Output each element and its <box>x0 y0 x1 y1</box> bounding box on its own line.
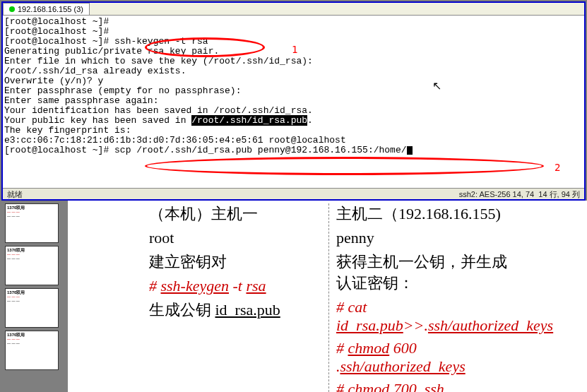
terminal-window: 192.168.16.155 (3) [root@localhost ~]#[r… <box>1 1 586 201</box>
terminal-line: [root@localhost ~]# <box>4 27 583 37</box>
annotation-label-2: 2 <box>555 162 560 173</box>
terminal-line: Enter same passphrase again: <box>4 96 583 106</box>
slide-main: （本机）主机一 root 建立密钥对 # ssh-keygen -t rsa 生… <box>68 201 587 392</box>
thumbnail-slide[interactable]: 1370双用— — —— — — <box>5 203 59 243</box>
tab-title: 192.168.16.155 (3) <box>18 5 83 13</box>
host2-title: 主机二（192.168.16.155) <box>336 203 509 225</box>
slide-col-left: （本机）主机一 root 建立密钥对 # ssh-keygen -t rsa 生… <box>149 203 329 392</box>
host2-step1: 获得主机一公钥，并生成认证密钥： <box>336 251 509 294</box>
status-bar: 就绪 ssh2: AES-256 14, 74 14 行, 94 列 <box>3 188 584 199</box>
status-dot-icon <box>9 6 15 12</box>
terminal-line: Enter file in which to save the key (/ro… <box>4 57 583 66</box>
terminal-line: The key fingerprint is: <box>4 126 583 136</box>
terminal-line: Your public key has been saved in /root/… <box>4 116 583 126</box>
terminal-body[interactable]: [root@localhost ~]#[root@localhost ~]#[r… <box>3 16 584 157</box>
thumbnail-slide[interactable]: 1370双用— — —— — — <box>5 288 59 328</box>
slide-col-right: 主机二（192.168.16.155) penny 获得主机一公钥，并生成认证密… <box>329 203 509 392</box>
host2-cmd3: # chmod 700 .ssh <box>336 380 509 392</box>
slide-thumbnails: 1370双用— — —— — — 1370双用— — —— — — 1370双用… <box>0 201 64 392</box>
terminal-cursor-icon <box>407 146 413 155</box>
annotation-label-1: 1 <box>292 44 297 55</box>
presentation-area: 1370双用— — —— — — 1370双用— — —— — — 1370双用… <box>0 201 587 392</box>
status-left: 就绪 <box>7 189 23 198</box>
status-proto: ssh2: AES-256 14, 74 <box>459 190 534 198</box>
host1-step1: 建立密钥对 <box>149 251 321 273</box>
terminal-line: e3:cc:06:7c:18:21:d6:1b:3d:d0:7d:36:05:e… <box>4 136 583 145</box>
tab-ssh-session[interactable]: 192.168.16.155 (3) <box>3 3 90 15</box>
host1-title: （本机）主机一 <box>149 203 321 225</box>
terminal-line: Overwrite (y/n)? y <box>4 76 583 86</box>
terminal-line: [root@localhost ~]# <box>4 17 583 27</box>
thumbnail-slide[interactable]: 1370双用— — —— — — <box>5 246 59 285</box>
host1-cmd1: # ssh-keygen -t rsa <box>149 277 321 295</box>
terminal-line: /root/.ssh/id_rsa already exists. <box>4 66 583 76</box>
host2-user: penny <box>336 229 509 247</box>
host1-user: root <box>149 229 321 247</box>
mouse-cursor-icon: ↖ <box>432 79 441 93</box>
terminal-line: [root@localhost ~]# scp /root/.ssh/id_rs… <box>4 145 583 155</box>
thumbnail-slide[interactable]: 1370双用— — —— — — <box>5 331 59 370</box>
host2-cmd1: # cat id_rsa.pub>>.ssh/authorized_keys <box>336 298 509 335</box>
terminal-line: Your identification has been saved in /r… <box>4 106 583 116</box>
host1-step2: 生成公钥 id_rsa.pub <box>149 299 321 321</box>
terminal-line: Enter passphrase (empty for no passphras… <box>4 86 583 96</box>
status-position: 14 行, 94 列 <box>538 190 580 198</box>
host2-cmd2: # chmod 600 .ssh/authorized_keys <box>336 339 509 376</box>
tab-strip: 192.168.16.155 (3) <box>3 3 584 16</box>
